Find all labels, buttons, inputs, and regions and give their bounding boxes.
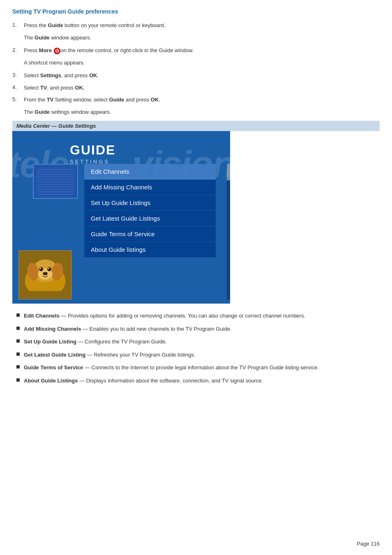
step-2-subtext: A shortcut menu appears. [24,59,380,67]
svg-point-10 [43,272,48,275]
svg-point-6 [39,267,43,271]
bullet-item-terms: Guide Terms of Service — Connects to the… [12,364,380,372]
scrollbar-thumb[interactable] [227,164,230,180]
bullet-item-setup-guide: Set Up Guide Listing — Configures the TV… [12,338,380,346]
step-2-text: Press More ⏻on the remote control, or ri… [24,46,194,55]
step-5: 5. From the TV Setting window, select Gu… [12,96,380,104]
dog-photo [18,250,72,299]
bullet-text-5: Guide Terms of Service — Connects to the… [24,364,319,372]
step-5-subtext: The Guide settings window appears. [24,108,380,116]
step-2-number: 2. [12,46,24,53]
dog-image [19,250,71,299]
step-4-text: Select TV, and press OK. [24,84,84,92]
bullet-text-2: Add Missing Channels — Enables you to ad… [24,325,232,333]
menu-item-about[interactable]: About Guide listings [84,242,216,258]
menu-item-add-missing[interactable]: Add Missing Channels [84,180,216,195]
bullet-text-3: Set Up Guide Listing — Configures the TV… [24,338,167,346]
bullet-text-6: About Guide Listings — Displays informat… [24,377,263,385]
screenshot-container: tele vision GUIDE SETTINGS Edit Channels… [12,131,230,304]
menu-panel: Edit Channels Add Missing Channels Set U… [84,164,216,258]
svg-point-7 [47,267,51,271]
scrollbar-right[interactable] [227,164,230,299]
caption-bar: Media Center — Guide Settings [12,121,380,131]
step-3-number: 3. [12,71,24,78]
menu-item-edit-channels[interactable]: Edit Channels [84,164,216,180]
bullet-text-1: Edit Channels — Provides options for add… [24,312,305,320]
menu-item-terms[interactable]: Guide Terms of Service [84,226,216,242]
step-3: 3. Select Settings, and press OK. [12,71,380,80]
tv-screen-lines [37,168,74,195]
bullet-square-2 [16,327,20,330]
bullet-square-5 [16,365,20,368]
step-5-number: 5. [12,96,24,102]
guide-title-label: GUIDE [70,143,115,158]
step-2: 2. Press More ⏻on the remote control, or… [12,46,380,55]
step-5-text: From the TV Setting window, select Guide… [24,96,160,104]
page-title: Setting TV Program Guide preferences [12,8,380,15]
steps-list: 1. Press the Guide button on your remote… [12,21,380,116]
bullet-text-4: Get Latest Guide Listing — Refreshes you… [24,351,195,359]
step-3-text: Select Settings, and press OK. [24,71,99,80]
step-1-subtext: The Guide window appears. [24,34,380,42]
bullet-item-about: About Guide Listings — Displays informat… [12,377,380,385]
more-icon: ⏻ [54,48,60,54]
bullet-square-1 [16,313,20,317]
menu-item-setup-guide[interactable]: Set Up Guide Listings [84,195,216,211]
bullet-item-add-missing: Add Missing Channels — Enables you to ad… [12,325,380,333]
guide-header: GUIDE SETTINGS [70,143,115,165]
step-4-number: 4. [12,84,24,90]
bullet-square-3 [16,339,20,343]
bullet-square-4 [16,352,20,356]
svg-point-8 [40,268,41,269]
bullet-list: Edit Channels — Provides options for add… [12,312,380,385]
menu-item-get-latest[interactable]: Get Latest Guide Listings [84,211,216,226]
step-4: 4. Select TV, and press OK. [12,84,380,92]
step-1-number: 1. [12,21,24,28]
tv-thumbnail [33,164,78,199]
step-1-text: Press the Guide button on your remote co… [24,21,166,30]
page-number: Page 116 [357,541,380,547]
bullet-item-edit-channels: Edit Channels — Provides options for add… [12,312,380,320]
svg-rect-11 [19,291,71,299]
bullet-square-6 [16,378,20,382]
svg-point-9 [48,268,49,269]
step-1: 1. Press the Guide button on your remote… [12,21,380,30]
bullet-item-get-latest: Get Latest Guide Listing — Refreshes you… [12,351,380,359]
